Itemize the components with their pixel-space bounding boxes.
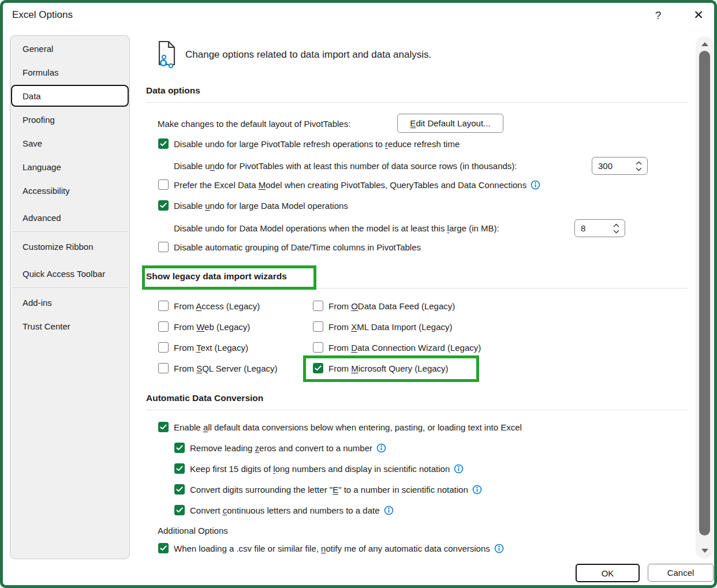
sidebar-item-label: Language xyxy=(23,162,61,172)
ok-button[interactable]: OK xyxy=(576,564,640,582)
sidebar-item-add-ins[interactable]: Add-ins xyxy=(11,291,129,313)
data-model-threshold-spinner[interactable]: 8 xyxy=(574,219,625,237)
checkbox[interactable] xyxy=(158,543,169,553)
sidebar-item-customize-ribbon[interactable]: Customize Ribbon xyxy=(11,235,129,257)
checkbox-label: Disable undo for large Data Model operat… xyxy=(174,201,348,211)
remove-zeros-row: Remove leading zeros and convert to a nu… xyxy=(174,441,386,454)
cancel-button[interactable]: Cancel xyxy=(648,564,714,582)
enable-all-conversions-row: Enable all default data conversions belo… xyxy=(158,421,522,433)
info-icon[interactable] xyxy=(472,485,482,495)
info-icon[interactable] xyxy=(494,544,504,553)
checkbox[interactable] xyxy=(174,505,185,515)
sidebar-item-label: Data xyxy=(23,91,41,101)
sidebar-item-proofing[interactable]: Proofing xyxy=(11,108,129,130)
checkbox-label: From XML Data Import (Legacy) xyxy=(328,322,453,332)
checkbox[interactable] xyxy=(158,301,169,311)
sidebar-item-label: Save xyxy=(23,138,42,148)
checkbox[interactable] xyxy=(174,463,185,474)
sidebar-item-formulas[interactable]: Formulas xyxy=(11,61,129,83)
pivot-layout-label: Make changes to the default layout of Pi… xyxy=(158,119,350,129)
sidebar-divider xyxy=(12,287,128,288)
checkbox[interactable] xyxy=(158,422,169,432)
spin-down-icon[interactable] xyxy=(613,230,619,234)
checkbox[interactable] xyxy=(158,321,169,332)
checkbox[interactable] xyxy=(174,484,185,495)
pivot-rows-threshold-label-row: Disable undo for PivotTables with at lea… xyxy=(174,159,517,172)
section-divider xyxy=(146,102,688,103)
category-sidebar: General Formulas Data Proofing Save Lang… xyxy=(10,35,130,559)
csv-notify-row: When loading a .csv file or similar file… xyxy=(158,542,504,555)
checkbox-label: Convert digits surrounding the letter "E… xyxy=(190,485,468,495)
sidebar-item-label: Quick Access Toolbar xyxy=(23,269,105,279)
checkbox[interactable] xyxy=(158,242,169,252)
checkbox-label: When loading a .csv file or similar file… xyxy=(174,544,490,553)
sidebar-item-trust-center[interactable]: Trust Center xyxy=(11,315,129,337)
section-title-auto-conversion: Automatic Data Conversion xyxy=(146,393,263,403)
info-icon[interactable] xyxy=(454,464,464,474)
sidebar-item-data[interactable]: Data xyxy=(11,85,129,107)
scroll-down-icon[interactable] xyxy=(696,548,714,553)
spinner-value[interactable]: 300 xyxy=(598,161,613,171)
checkbox-label: Disable undo for large PivotTable refres… xyxy=(174,139,460,149)
checkbox-label: Disable automatic grouping of Date/Time … xyxy=(174,242,421,252)
checkbox[interactable] xyxy=(174,443,185,453)
spin-down-icon[interactable] xyxy=(636,167,642,171)
sidebar-item-label: Formulas xyxy=(23,68,59,77)
checkbox[interactable] xyxy=(158,342,169,353)
section-divider xyxy=(146,410,688,410)
data-model-threshold-label-row: Disable undo for Data Model operations w… xyxy=(174,222,499,234)
sidebar-item-label: Proofing xyxy=(23,115,55,125)
sidebar-item-general[interactable]: General xyxy=(11,38,129,59)
spinner-value[interactable]: 8 xyxy=(581,223,585,233)
checkbox-label: Keep first 15 digits of long numbers and… xyxy=(190,464,450,474)
data-import-icon xyxy=(155,40,178,71)
info-icon[interactable] xyxy=(376,443,386,453)
convert-continuous-row: Convert continuous letters and numbers t… xyxy=(174,504,394,516)
threshold-label: Disable undo for PivotTables with at lea… xyxy=(174,161,517,171)
disable-undo-pivot-row: Disable undo for large PivotTable refres… xyxy=(158,137,460,150)
checkbox[interactable] xyxy=(313,363,323,373)
from-sql-server-row: From SQL Server (Legacy) xyxy=(158,362,278,374)
help-icon[interactable]: ? xyxy=(651,8,666,24)
from-microsoft-query-row: From Microsoft Query (Legacy) xyxy=(313,362,449,374)
checkbox[interactable] xyxy=(313,342,323,353)
scroll-up-icon[interactable] xyxy=(696,42,714,47)
checkbox[interactable] xyxy=(313,321,323,332)
checkbox-label: From Web (Legacy) xyxy=(174,322,250,332)
section-title-legacy-wizards: Show legacy data import wizards xyxy=(146,271,287,282)
additional-options-label: Additional Options xyxy=(158,526,228,535)
prefer-data-model-row: Prefer the Excel Data Model when creatin… xyxy=(158,178,540,191)
sidebar-item-save[interactable]: Save xyxy=(11,132,129,154)
from-odata-row: From OData Data Feed (Legacy) xyxy=(313,299,455,312)
scrollbar-thumb[interactable] xyxy=(699,51,710,535)
sidebar-item-advanced[interactable]: Advanced xyxy=(11,207,129,229)
spin-up-icon[interactable] xyxy=(636,161,642,165)
sidebar-item-label: Customize Ribbon xyxy=(23,242,94,252)
checkbox[interactable] xyxy=(158,179,169,190)
from-access-row: From Access (Legacy) xyxy=(158,299,260,312)
sidebar-item-language[interactable]: Language xyxy=(11,156,129,178)
info-icon[interactable] xyxy=(531,180,540,190)
from-data-connection-row: From Data Connection Wizard (Legacy) xyxy=(313,341,481,354)
checkbox-label: Remove leading zeros and convert to a nu… xyxy=(190,443,372,453)
from-text-row: From Text (Legacy) xyxy=(158,341,248,354)
pivot-layout-label-row: Make changes to the default layout of Pi… xyxy=(158,117,350,130)
excel-options-dialog: Excel Options ? ✕ General Formulas Data … xyxy=(0,0,717,588)
pivot-rows-threshold-spinner[interactable]: 300 xyxy=(592,157,648,175)
sidebar-item-quick-access-toolbar[interactable]: Quick Access Toolbar xyxy=(11,263,129,284)
close-icon[interactable]: ✕ xyxy=(690,6,707,24)
from-web-row: From Web (Legacy) xyxy=(158,320,250,333)
scrollbar[interactable] xyxy=(696,36,714,559)
checkbox[interactable] xyxy=(313,301,323,311)
checkbox[interactable] xyxy=(158,138,169,149)
checkbox[interactable] xyxy=(158,200,169,211)
disable-auto-grouping-row: Disable automatic grouping of Date/Time … xyxy=(158,241,421,253)
checkbox-label: Convert continuous letters and numbers t… xyxy=(190,505,380,515)
sidebar-item-label: General xyxy=(23,44,53,54)
checkbox[interactable] xyxy=(158,363,169,373)
edit-default-layout-button[interactable]: Edit Default Layout... xyxy=(397,114,503,133)
spin-up-icon[interactable] xyxy=(613,223,619,227)
sidebar-item-accessibility[interactable]: Accessibility xyxy=(11,179,129,201)
info-icon[interactable] xyxy=(384,505,394,515)
keep-digits-row: Keep first 15 digits of long numbers and… xyxy=(174,462,464,475)
